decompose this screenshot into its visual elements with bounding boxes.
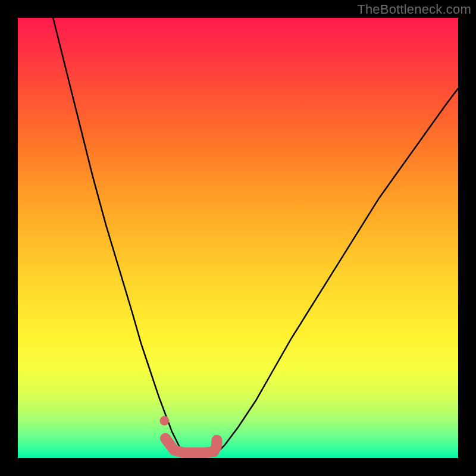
right-curve	[216, 88, 458, 453]
svg-point-0	[159, 416, 169, 425]
bottom-marks	[159, 416, 217, 453]
watermark-text: TheBottleneck.com	[357, 2, 471, 17]
chart-plot-area	[18, 18, 458, 458]
left-curve	[53, 18, 183, 454]
chart-frame: TheBottleneck.com	[0, 0, 476, 476]
chart-svg	[18, 18, 458, 458]
